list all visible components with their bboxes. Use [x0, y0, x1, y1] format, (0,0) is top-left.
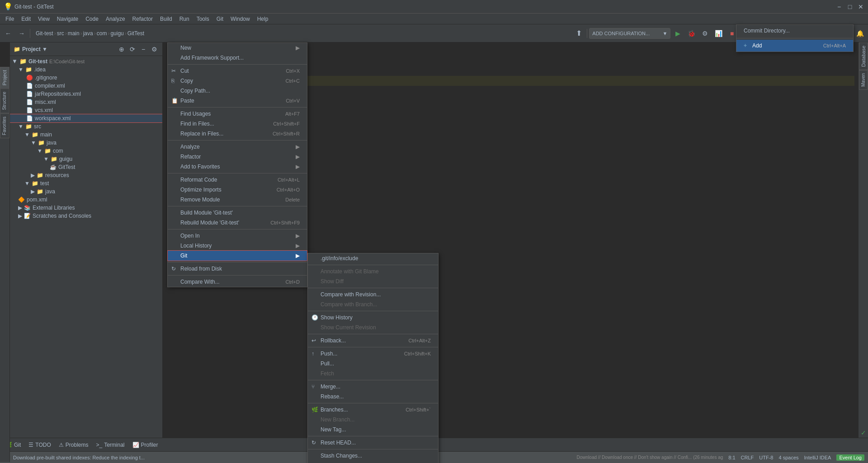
cm-remove-module[interactable]: Remove Module Delete	[168, 195, 307, 205]
git-sub-sep7	[308, 403, 438, 403]
cm-find-files[interactable]: Find in Files... Ctrl+Shift+F	[168, 119, 307, 129]
cm-reformat-label: Reformat Code	[180, 177, 217, 183]
cm-find-usages-label: Find Usages	[180, 111, 211, 117]
cm-cut[interactable]: ✂ Cut Ctrl+X	[168, 66, 307, 76]
cm-favorites-label: Add to Favorites	[180, 164, 220, 170]
git-compare-branch: Compare with Branch...	[308, 299, 438, 309]
git-sub-sep2	[308, 288, 438, 288]
merge-icon: ⑂	[311, 383, 315, 390]
cm-copy-label: Copy	[180, 78, 193, 84]
git-exclude[interactable]: .git/info/exclude	[308, 253, 438, 263]
git-sub-sep1	[308, 265, 438, 265]
cm-open-in-arrow: ▶	[296, 233, 300, 239]
cm-add-framework-label: Add Framework Support...	[180, 55, 244, 61]
cm-refactor[interactable]: Refactor ▶	[168, 152, 307, 162]
cm-analyze-arrow: ▶	[296, 144, 300, 150]
git-show-history[interactable]: 🕐 Show History	[308, 313, 438, 323]
copy-icon: ⎘	[171, 78, 175, 84]
git-push-shortcut: Ctrl+Shift+K	[404, 351, 431, 356]
cm-find-usages-shortcut: Alt+F7	[285, 111, 300, 117]
cm-local-history[interactable]: Local History ▶	[168, 241, 307, 251]
cm-replace-files-shortcut: Ctrl+Shift+R	[273, 131, 300, 136]
git-submenu: .git/info/exclude Annotate with Git Blam…	[307, 253, 439, 463]
cm-git-label: Git	[180, 253, 187, 259]
cm-cut-label: Cut	[180, 68, 189, 74]
cm-analyze[interactable]: Analyze ▶	[168, 142, 307, 152]
git-show-history-label: Show History	[321, 314, 353, 321]
cm-reload-label: Reload from Disk	[180, 266, 222, 272]
git-reset-head[interactable]: ↻ Reset HEAD...	[308, 438, 438, 448]
cm-find-files-label: Find in Files...	[180, 121, 214, 127]
git-new-tag-label: New Tag...	[321, 426, 346, 433]
cm-sep5	[168, 206, 307, 206]
cm-compare-label: Compare With...	[180, 279, 220, 285]
cm-open-in-label: Open In	[180, 233, 200, 239]
cm-favorites-arrow: ▶	[296, 164, 300, 170]
git-pull[interactable]: Pull...	[308, 359, 438, 369]
cm-paste[interactable]: 📋 Paste Ctrl+V	[168, 96, 307, 106]
cm-open-in[interactable]: Open In ▶	[168, 231, 307, 241]
cm-rebuild-shortcut: Ctrl+Shift+F9	[270, 220, 300, 225]
add-item[interactable]: + Add Ctrl+Alt+A	[736, 40, 853, 51]
git-branches[interactable]: 🌿 Branches... Ctrl+Shift+`	[308, 405, 438, 415]
git-stash[interactable]: Stash Changes...	[308, 451, 438, 461]
cm-git[interactable]: Git ▶	[168, 251, 307, 261]
cm-favorites[interactable]: Add to Favorites ▶	[168, 162, 307, 172]
scissors-icon: ✂	[171, 68, 176, 74]
git-stash-label: Stash Changes...	[321, 453, 362, 459]
cm-optimize-label: Optimize Imports	[180, 187, 222, 193]
git-rollback[interactable]: ↩ Rollback... Ctrl+Alt+Z	[308, 336, 438, 346]
reset-icon: ↻	[311, 440, 316, 446]
cm-find-usages[interactable]: Find Usages Alt+F7	[168, 109, 307, 119]
cm-paste-label: Paste	[180, 98, 194, 104]
git-show-current-label: Show Current Revision	[321, 324, 376, 331]
cm-local-history-label: Local History	[180, 243, 212, 249]
cm-compare-shortcut: Ctrl+D	[286, 279, 300, 285]
git-reset-head-label: Reset HEAD...	[321, 440, 356, 446]
git-sub-sep9	[308, 449, 438, 449]
git-new-branch: New Branch...	[308, 415, 438, 425]
cm-reformat[interactable]: Reformat Code Ctrl+Alt+L	[168, 175, 307, 185]
add-shortcut: Ctrl+Alt+A	[823, 43, 846, 48]
cm-sep3	[168, 140, 307, 140]
git-rollback-label: Rollback...	[321, 337, 346, 344]
cm-rebuild[interactable]: Rebuild Module 'Git-test' Ctrl+Shift+F9	[168, 218, 307, 228]
git-show-diff-label: Show Diff	[321, 278, 344, 285]
cm-analyze-label: Analyze	[180, 144, 200, 150]
git-push-label: Push...	[321, 351, 337, 357]
cm-build-label: Build Module 'Git-test'	[180, 210, 233, 216]
cm-copy-path[interactable]: Copy Path...	[168, 86, 307, 96]
git-compare-revision[interactable]: Compare with Revision...	[308, 290, 438, 299]
git-compare-branch-label: Compare with Branch...	[321, 301, 377, 308]
git-merge-label: Merge...	[321, 383, 340, 390]
cm-reload[interactable]: ↻ Reload from Disk	[168, 264, 307, 274]
commit-directory-item[interactable]: Commit Directory...	[736, 25, 853, 37]
git-annotate-label: Annotate with Git Blame	[321, 268, 379, 275]
cm-build[interactable]: Build Module 'Git-test'	[168, 208, 307, 218]
cm-add-framework[interactable]: Add Framework Support...	[168, 53, 307, 63]
rollback-icon: ↩	[311, 337, 316, 344]
git-sub-sep6	[308, 380, 438, 380]
git-unstash[interactable]: Unstash Changes...	[308, 461, 438, 463]
commit-dir-label: Commit Directory...	[744, 28, 790, 34]
cm-compare[interactable]: Compare With... Ctrl+D	[168, 277, 307, 287]
cm-rebuild-label: Rebuild Module 'Git-test'	[180, 220, 239, 226]
git-rebase[interactable]: Rebase...	[308, 392, 438, 402]
git-commit-menu: Commit Directory... + Add Ctrl+Alt+A	[736, 24, 854, 52]
cm-replace-files-label: Replace in Files...	[180, 131, 223, 137]
cm-new-arrow: ▶	[296, 45, 300, 51]
cm-local-history-arrow: ▶	[296, 243, 300, 249]
cm-copy[interactable]: ⎘ Copy Ctrl+C	[168, 76, 307, 86]
git-show-current: Show Current Revision	[308, 323, 438, 332]
git-branches-shortcut: Ctrl+Shift+`	[406, 407, 431, 412]
git-new-tag[interactable]: New Tag...	[308, 425, 438, 435]
cm-sep2	[168, 107, 307, 108]
git-push[interactable]: ↑ Push... Ctrl+Shift+K	[308, 349, 438, 359]
cm-optimize[interactable]: Optimize Imports Ctrl+Alt+O	[168, 185, 307, 195]
git-pull-label: Pull...	[321, 360, 334, 367]
git-new-branch-label: New Branch...	[321, 416, 354, 423]
git-merge[interactable]: ⑂ Merge...	[308, 382, 438, 392]
cm-new[interactable]: New ▶	[168, 43, 307, 53]
cm-replace-files[interactable]: Replace in Files... Ctrl+Shift+R	[168, 129, 307, 139]
cm-sep6	[168, 229, 307, 229]
